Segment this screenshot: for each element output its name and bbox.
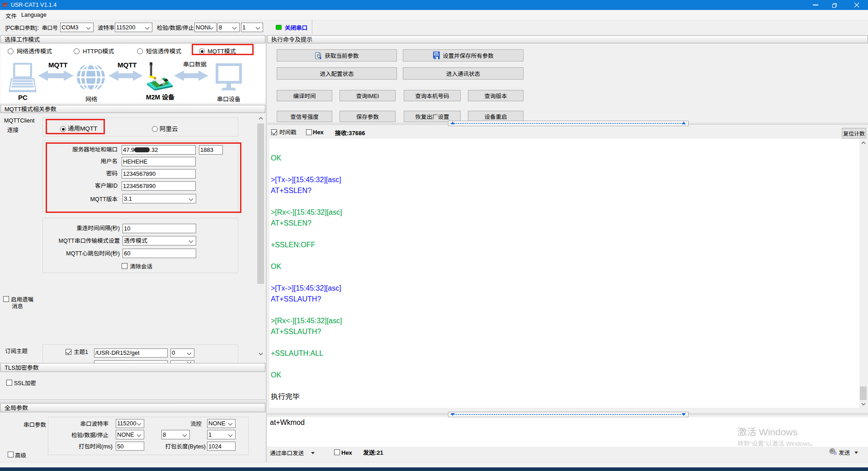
svg-text:串口设备: 串口设备 [217, 96, 241, 103]
svg-text:MQTT: MQTT [118, 61, 137, 69]
svg-text:M2M 设备: M2M 设备 [146, 94, 175, 101]
svg-text:MQTT: MQTT [48, 61, 68, 69]
svg-text:PC: PC [18, 94, 28, 101]
svg-text:网络: 网络 [85, 96, 97, 103]
svg-text:串口数据: 串口数据 [183, 61, 207, 68]
